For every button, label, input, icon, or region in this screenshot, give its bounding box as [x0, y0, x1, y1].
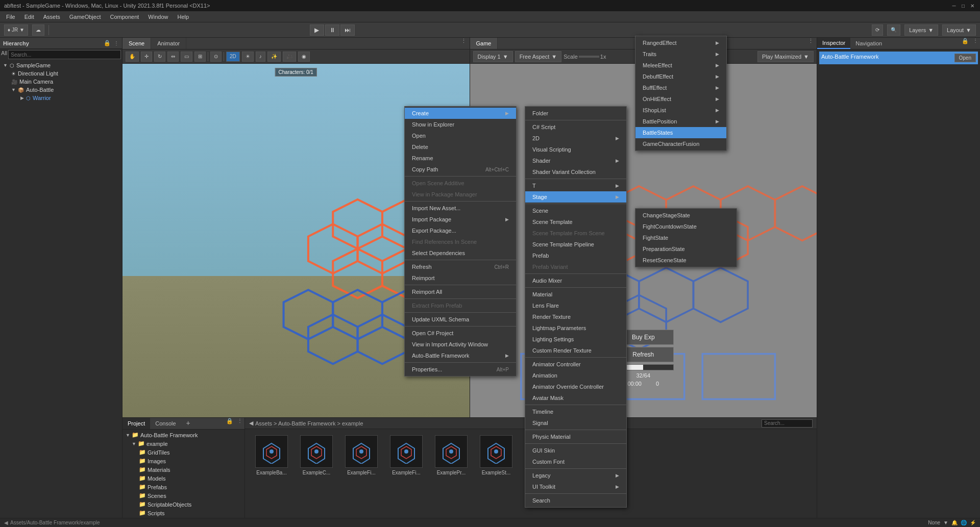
ctx-import-package[interactable]: Import Package ▶ — [405, 214, 516, 225]
tab-console[interactable]: Console — [150, 418, 181, 429]
sub-ui-toolkit[interactable]: UI Toolkit ▶ — [525, 481, 626, 492]
sub-animator-override[interactable]: Animator Override Controller — [525, 381, 626, 392]
sub-search[interactable]: Search — [525, 495, 626, 506]
play-btn[interactable]: ▶ — [310, 24, 324, 36]
sub-scene[interactable]: Scene — [525, 205, 626, 216]
sub-shader[interactable]: Shader ▶ — [525, 155, 626, 166]
hierarchy-lock-icon[interactable]: 🔒 — [104, 40, 111, 46]
nav-back-icon[interactable]: ◀ — [249, 420, 253, 426]
sub-battle-states[interactable]: BattleStates — [635, 127, 726, 138]
status-dropdown-icon[interactable]: ▼ — [943, 520, 948, 525]
sub-change-stage-state[interactable]: ChangeStageState — [635, 210, 737, 221]
tree-item-warrior[interactable]: ▶ ⬡ Warrior — [1, 94, 121, 102]
sub-csharp-script[interactable]: C# Script — [525, 121, 626, 133]
layers-dropdown[interactable]: Layers ▼ — [904, 24, 938, 36]
hierarchy-search-input[interactable] — [8, 50, 121, 59]
sub-custom-font[interactable]: Custom Font — [525, 456, 626, 467]
tab-inspector[interactable]: Inspector — [817, 38, 850, 49]
sub-2d[interactable]: 2D ▶ — [525, 133, 626, 144]
sub-fight-state[interactable]: FightState — [635, 232, 737, 243]
fx-btn[interactable]: ✨ — [267, 52, 281, 62]
cloud-btn[interactable]: ☁ — [32, 24, 44, 36]
ctx-delete[interactable]: Delete — [405, 141, 516, 153]
ctx-select-deps[interactable]: Select Dependencies — [405, 247, 516, 259]
menu-help[interactable]: Help — [173, 13, 193, 21]
sub-material[interactable]: Material — [525, 289, 626, 300]
ctx-properties[interactable]: Properties... Alt+P — [405, 364, 516, 375]
folder-prefabs[interactable]: 📁 Prefabs — [124, 483, 243, 491]
rotate-tool-btn[interactable]: ↻ — [154, 52, 165, 62]
ctx-import-new-asset[interactable]: Import New Asset... — [405, 203, 516, 214]
sub-scene-template-pipeline[interactable]: Scene Template Pipeline — [525, 239, 626, 250]
ctx-copy-path[interactable]: Copy Path Alt+Ctrl+C — [405, 164, 516, 175]
sub-preparation-state[interactable]: PreparationState — [635, 243, 737, 255]
tree-item-maincamera[interactable]: 🎥 Main Camera — [1, 78, 121, 86]
sub-buff-effect[interactable]: BuffEffect ▶ — [635, 82, 726, 93]
project-more-icon[interactable]: ⋮ — [235, 418, 244, 429]
ctx-export-package[interactable]: Export Package... — [405, 225, 516, 236]
ctx-reimport[interactable]: Reimport — [405, 272, 516, 284]
ctx-reimport-all[interactable]: Reimport All — [405, 286, 516, 297]
sub-melee-effect[interactable]: MeleeEffect ▶ — [635, 60, 726, 71]
sub-legacy[interactable]: Legacy ▶ — [525, 470, 626, 481]
asset-search-input[interactable] — [762, 419, 813, 428]
asset-item-1[interactable]: ExampleC... — [296, 435, 337, 475]
play-maximized-dropdown[interactable]: Play Maximized ▼ — [757, 51, 814, 62]
inspector-more-icon[interactable]: ⋮ — [971, 38, 980, 49]
sub-game-character-fusion[interactable]: GameCharacterFusion — [635, 138, 726, 149]
2d-btn[interactable]: 2D — [226, 52, 240, 62]
ctx-view-import-activity[interactable]: View in Import Activity Window — [405, 339, 516, 350]
ctx-open-csharp[interactable]: Open C# Project — [405, 328, 516, 339]
scene-camera-btn[interactable]: 🎥 — [283, 52, 296, 62]
folder-materials[interactable]: 📁 Materials — [124, 465, 243, 474]
sub-timeline[interactable]: Timeline — [525, 406, 626, 417]
sub-battle-position[interactable]: BattlePosition ▶ — [635, 116, 726, 127]
sub-lightmap-params[interactable]: Lightmap Parameters — [525, 322, 626, 334]
sub-ishoplist[interactable]: IShopList ▶ — [635, 105, 726, 116]
asset-item-4[interactable]: ExamplePr... — [431, 435, 472, 475]
menu-component[interactable]: Component — [106, 13, 143, 21]
ctx-show-explorer[interactable]: Show in Explorer — [405, 119, 516, 130]
sub-traits[interactable]: Traits ▶ — [635, 48, 726, 60]
close-btn[interactable]: ✕ — [969, 2, 976, 9]
folder-autobattle[interactable]: ▼ 📁 Auto-Battle Framework — [124, 431, 243, 439]
lights-btn[interactable]: ☀ — [242, 52, 254, 62]
folder-scriptableobjects[interactable]: 📁 ScriptableObjects — [124, 500, 243, 509]
asset-item-2[interactable]: ExampleFi... — [341, 435, 382, 475]
sub-scene-template[interactable]: Scene Template — [525, 216, 626, 228]
minimize-btn[interactable]: ─ — [950, 2, 958, 9]
rect-tool-btn[interactable]: ▭ — [181, 52, 192, 62]
sub-reset-scene-state[interactable]: ResetSceneState — [635, 255, 737, 266]
tab-project[interactable]: Project — [122, 418, 150, 429]
display-dropdown[interactable]: Display 1 ▼ — [473, 51, 513, 62]
search-toolbar-btn[interactable]: 🔍 — [887, 24, 900, 36]
ctx-refresh[interactable]: Refresh Ctrl+R — [405, 261, 516, 272]
layout-dropdown[interactable]: Layout ▼ — [942, 24, 976, 36]
sub-lens-flare[interactable]: Lens Flare — [525, 300, 626, 311]
sub-avatar-mask[interactable]: Avatar Mask — [525, 392, 626, 404]
ctx-update-uxml[interactable]: Update UXML Schema — [405, 314, 516, 325]
sub-testing[interactable]: T ▶ — [525, 180, 626, 191]
tree-item-samplegame[interactable]: ▼ ⬡ SampleGame — [1, 61, 121, 69]
pause-btn[interactable]: ⏸ — [325, 24, 339, 36]
sub-custom-render-texture[interactable]: Custom Render Texture — [525, 345, 626, 356]
scene-more-icon[interactable]: ⋮ — [458, 38, 470, 49]
folder-example[interactable]: ▼ 📁 example — [124, 439, 243, 448]
tree-item-autobattle[interactable]: ▼ 📦 Auto-Battle — [1, 86, 121, 94]
inspector-lock-icon[interactable]: 🔒 — [960, 38, 971, 49]
sub-gui-skin[interactable]: GUI Skin — [525, 445, 626, 456]
asset-item-3[interactable]: ExampleFi... — [386, 435, 427, 475]
sub-fight-countdown[interactable]: FightCountdownState — [635, 221, 737, 232]
hand-tool-btn[interactable]: ✋ — [126, 52, 139, 62]
sub-audio-mixer[interactable]: Audio Mixer — [525, 275, 626, 286]
step-btn[interactable]: ⏭ — [340, 24, 355, 36]
account-btn[interactable]: ♦ JR ▼ — [4, 24, 28, 36]
asset-item-0[interactable]: ExampleBa... — [251, 435, 292, 475]
sub-animator-controller[interactable]: Animator Controller — [525, 359, 626, 370]
move-tool-btn[interactable]: ✛ — [141, 52, 152, 62]
tab-animator[interactable]: Animator — [151, 38, 186, 49]
scale-tool-btn[interactable]: ⇔ — [167, 52, 179, 62]
notify-icon[interactable]: 🔔 — [951, 520, 958, 525]
sub-stage[interactable]: Stage ▶ — [525, 191, 626, 203]
ctx-autobattle-fw[interactable]: Auto-Battle Framework ▶ — [405, 350, 516, 361]
